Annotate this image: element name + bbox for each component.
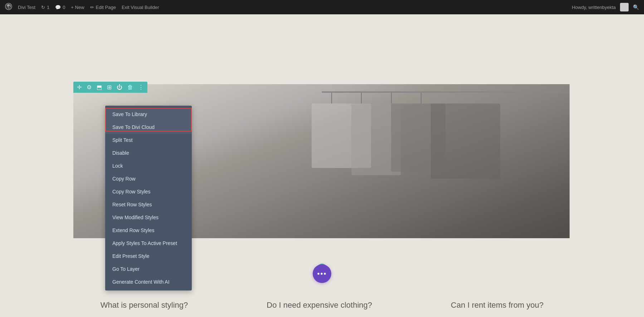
menu-item-lock[interactable]: Lock (105, 159, 192, 172)
menu-item-copy-row[interactable]: Copy Row (105, 172, 192, 185)
comments-count: 0 (63, 5, 65, 10)
columns-icon[interactable]: ⊞ (107, 84, 112, 91)
howdy-text: Howdy, writtenbyekta (572, 5, 616, 10)
floating-action-button[interactable]: ••• (313, 264, 331, 283)
menu-item-generate-ai[interactable]: Generate Content With AI (105, 275, 192, 288)
duplicate-icon[interactable]: ⬒ (97, 84, 102, 91)
menu-item-go-to-layer[interactable]: Go To Layer (105, 263, 192, 275)
faq-question-1[interactable]: What is personal styling? (101, 301, 188, 310)
updates-count: 1 (47, 5, 49, 10)
faq-question-2[interactable]: Do I need expensive clothing? (267, 301, 372, 310)
menu-item-copy-row-styles[interactable]: Copy Row Styles (105, 185, 192, 198)
exit-builder-link[interactable]: Exit Visual Builder (122, 5, 159, 10)
faq-section: What is personal styling? Do I need expe… (0, 301, 644, 310)
menu-item-save-library[interactable]: Save To Library (105, 108, 192, 121)
menu-item-split-test[interactable]: Split Test (105, 134, 192, 147)
delete-icon[interactable]: 🗑 (127, 84, 133, 91)
menu-item-reset-row-styles[interactable]: Reset Row Styles (105, 198, 192, 211)
wp-logo-icon[interactable] (5, 3, 12, 12)
admin-bar: Divi Test ↻ 1 💬 0 + New ✏ Edit Page Exit… (0, 0, 644, 14)
edit-page-link[interactable]: ✏ Edit Page (90, 5, 116, 10)
comments-icon[interactable]: 💬 0 (55, 5, 65, 10)
more-options-icon[interactable]: ⋮ (138, 84, 144, 91)
dots-icon: ••• (317, 270, 327, 278)
user-avatar[interactable] (620, 3, 629, 11)
page-content: ✛ ⚙ ⬒ ⊞ ⏻ 🗑 ⋮ Save To Library Save To Di… (0, 14, 644, 317)
new-button[interactable]: + New (71, 5, 84, 10)
row-toolbar: ✛ ⚙ ⬒ ⊞ ⏻ 🗑 ⋮ (73, 82, 147, 93)
search-icon[interactable]: 🔍 (633, 4, 639, 10)
menu-item-extend-styles[interactable]: Extend Row Styles (105, 224, 192, 237)
menu-item-disable[interactable]: Disable (105, 147, 192, 159)
menu-item-edit-preset[interactable]: Edit Preset Style (105, 250, 192, 263)
settings-icon[interactable]: ⚙ (87, 84, 92, 91)
menu-item-save-cloud[interactable]: Save To Divi Cloud (105, 121, 192, 134)
updates-icon[interactable]: ↻ 1 (41, 5, 49, 10)
menu-item-apply-styles-preset[interactable]: Apply Styles To Active Preset (105, 237, 192, 250)
faq-question-3[interactable]: Can I rent items from you? (451, 301, 543, 310)
site-name[interactable]: Divi Test (18, 5, 35, 10)
menu-item-view-modified[interactable]: View Modified Styles (105, 211, 192, 224)
toggle-icon[interactable]: ⏻ (117, 84, 122, 91)
context-menu: Save To Library Save To Divi Cloud Split… (105, 106, 192, 290)
add-row-icon[interactable]: ✛ (77, 84, 82, 91)
